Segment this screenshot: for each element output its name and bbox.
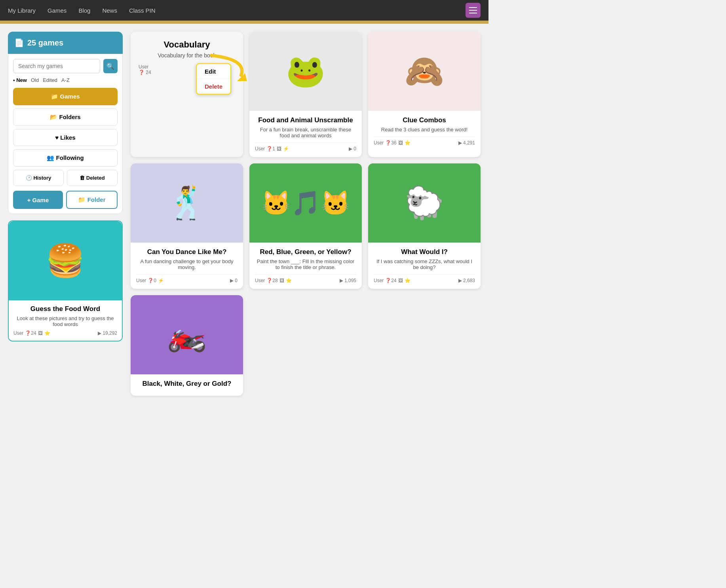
food-animal-plays: ▶ 0 [349,146,356,152]
clue-combos-card[interactable]: 🙈 Clue Combos Read the 3 clues and guess… [368,32,481,157]
folders-button[interactable]: 📂 Folders [13,108,118,126]
bike-card[interactable]: 🏍️ Black, White, Grey or Gold? [131,295,243,396]
sort-edited[interactable]: Edited [43,77,57,83]
image-icon: 🖼 [279,278,284,283]
nav-links: My Library Games Blog News Class PIN [8,7,466,14]
sort-old[interactable]: Old [31,77,39,83]
what-would-i-desc: If I was catching some ZZZs, what would … [374,258,475,270]
folder-icon: 📄 [14,38,24,47]
nav-games[interactable]: Games [48,7,67,14]
hamburger-button[interactable] [466,3,481,18]
deleted-button[interactable]: 🗑 Deleted [67,170,118,186]
star-icon: ⭐ [405,140,411,146]
sidebar-card-footer: User ❓24 🖼 ⭐ ▶ 19,292 [13,330,117,336]
action-row: + Game 📁 Folder [13,191,118,209]
sidebar: 📄 25 games 🔍 • New Old Edited A-Z 📁 Game… [8,32,123,341]
following-button[interactable]: 👥 Following [13,149,118,167]
navbar: My Library Games Blog News Class PIN [0,0,488,21]
what-would-i-stats: User ❓24 🖼 ⭐ [374,278,411,283]
red-blue-body: Red, Blue, Green, or Yellow? Paint the t… [249,243,362,289]
vocab-popup-menu: Edit Delete [196,63,231,95]
user-label: User [136,278,146,283]
sidebar-featured-card[interactable]: 🍔 Guess the Food Word Look at these pict… [8,220,123,341]
games-grid: Vocabulary Vocabulary for the book User … [131,32,481,396]
question-count: ❓24 [385,278,396,283]
image-icon: 🖼 [277,146,281,152]
likes-button[interactable]: ♥ Likes [13,129,118,146]
clue-combos-plays: ▶ 4,291 [458,140,475,146]
food-animal-body: Food and Animal Unscramble For a fun bra… [249,111,362,157]
sidebar-card-body: Guess the Food Word Look at these pictur… [9,300,122,341]
red-blue-stats: User ❓28 🖼 ⭐ [255,278,292,283]
lightning-icon: ⚡ [158,278,164,283]
delete-button[interactable]: Delete [197,79,230,94]
vocab-title: Vocabulary [139,40,235,50]
nav-my-library[interactable]: My Library [8,7,36,14]
add-game-button[interactable]: + Game [13,191,63,209]
dance-body: Can You Dance Like Me? A fun dancing cha… [131,243,243,289]
vocab-subtitle: Vocabulary for the book [139,52,235,59]
what-would-i-footer: User ❓24 🖼 ⭐ ▶ 2,683 [374,274,475,283]
question-count: ❓0 [148,278,156,283]
main-content: Vocabulary Vocabulary for the book User … [131,32,481,396]
food-animal-title: Food and Animal Unscramble [255,116,356,124]
vocabulary-card[interactable]: Vocabulary Vocabulary for the book User … [131,32,243,157]
dance-stats: User ❓0 ⚡ [136,278,164,283]
sort-az[interactable]: A-Z [61,77,70,83]
sort-row: • New Old Edited A-Z [13,77,118,83]
edit-button[interactable]: Edit [197,64,230,79]
star-icon: ⭐ [405,278,411,283]
play-icon: ▶ [458,278,462,283]
games-button[interactable]: 📁 Games [13,88,118,105]
search-row: 🔍 [13,59,118,73]
play-icon: ▶ [349,146,352,152]
nav-blog[interactable]: Blog [78,7,90,14]
what-would-i-image: 🐑 [368,163,481,243]
dance-image: 🕺 [131,163,243,243]
hamburger-line-1 [469,7,477,8]
what-would-i-body: What Would I? If I was catching some ZZZ… [368,243,481,289]
red-blue-desc: Paint the town ___: Fill in the missing … [255,258,356,270]
food-animal-card[interactable]: 🐸 Food and Animal Unscramble For a fun b… [249,32,362,157]
bike-image: 🏍️ [131,295,243,374]
search-input[interactable] [13,59,100,73]
clue-combos-footer: User ❓36 🖼 ⭐ ▶ 4,291 [374,137,475,146]
star-icon: ⭐ [44,330,50,336]
question-count: ❓1 [266,146,275,152]
user-label: User [13,330,23,336]
game-count-label: 25 games [27,38,63,47]
history-button[interactable]: 🕐 History [13,170,64,186]
gold-strip [0,21,488,24]
what-would-i-card[interactable]: 🐑 What Would I? If I was catching some Z… [368,163,481,289]
clue-combos-stats: User ❓36 🖼 ⭐ [374,140,411,146]
sidebar-card-image: 🍔 [9,221,122,300]
what-would-i-plays: ▶ 2,683 [458,278,475,283]
red-blue-footer: User ❓28 🖼 ⭐ ▶ 1,095 [255,274,356,283]
sidebar-card-title: Guess the Food Word [13,305,117,313]
sidebar-body: 🔍 • New Old Edited A-Z 📁 Games 📂 Folders… [8,54,123,214]
clue-combos-image: 🙈 [368,32,481,111]
red-blue-title: Red, Blue, Green, or Yellow? [255,248,356,256]
sidebar-row2: 🕐 History 🗑 Deleted [13,170,118,186]
sidebar-header: 📄 25 games [8,32,123,54]
red-blue-card[interactable]: 🐱🎵🐱 Red, Blue, Green, or Yellow? Paint t… [249,163,362,289]
sidebar-card-desc: Look at these pictures and try to guess … [13,315,117,327]
play-count: ▶ 19,292 [98,330,117,336]
add-folder-button[interactable]: 📁 Folder [66,191,118,209]
question-icon: ❓ [139,70,144,75]
hamburger-line-3 [469,13,477,13]
sort-new[interactable]: • New [13,77,27,83]
dance-card[interactable]: 🕺 Can You Dance Like Me? A fun dancing c… [131,163,243,289]
hamburger-line-2 [469,10,477,11]
dance-plays: ▶ 0 [230,278,238,283]
lightning-icon: ⚡ [283,146,289,152]
dance-desc: A fun dancing challenge to get your body… [136,258,238,270]
red-blue-plays: ▶ 1,095 [340,278,356,283]
nav-class-pin[interactable]: Class PIN [129,7,156,14]
food-animal-image: 🐸 [249,32,362,111]
nav-news[interactable]: News [102,7,117,14]
search-button[interactable]: 🔍 [103,59,118,73]
clue-combos-title: Clue Combos [374,116,475,124]
dance-title: Can You Dance Like Me? [136,248,238,256]
main-layout: 📄 25 games 🔍 • New Old Edited A-Z 📁 Game… [0,24,488,404]
